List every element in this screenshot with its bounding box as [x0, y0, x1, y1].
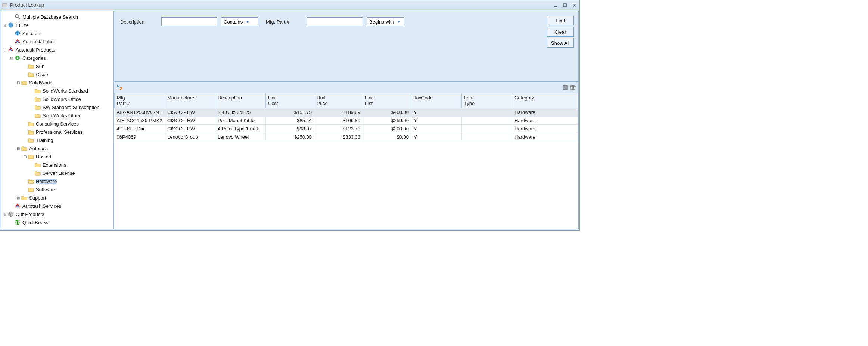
tree-item-sw-other[interactable]: SolidWorks Other: [2, 111, 113, 120]
table-row[interactable]: AIR-ANT2568VG-N=CISCO - HW2.4 GHz 6dBi/5…: [115, 108, 578, 117]
description-op-select[interactable]: Contains▼: [221, 17, 258, 26]
table-row[interactable]: AIR-ACC1530-PMK2CISCO - HWPole Mount Kit…: [115, 117, 578, 125]
table-row[interactable]: 4PT-KIT-T1=CISCO - HW4 Point Type 1 rack…: [115, 125, 578, 133]
col-unit-list[interactable]: Unit List: [363, 93, 411, 108]
col-category[interactable]: Category: [512, 93, 578, 108]
tree-item-professional[interactable]: Professional Services: [2, 128, 113, 136]
tree-item-autotask-cat[interactable]: ⊟Autotask: [2, 144, 113, 152]
cell-cat: Hardware: [512, 117, 578, 125]
mfg-part-input[interactable]: [307, 17, 363, 26]
tree-item-categories[interactable]: ⊟Categories: [2, 54, 113, 62]
categories-icon: [14, 55, 21, 61]
tree-item-amazon[interactable]: Amazon: [2, 29, 113, 37]
tree-item-etilize[interactable]: ⊞Etilize: [2, 21, 113, 29]
grid-pane: Mfg. Part # Manufacturer Description Uni…: [114, 82, 579, 229]
expand-icon[interactable]: ⊞: [2, 212, 7, 216]
mfg-part-op-select[interactable]: Begins with▼: [367, 17, 404, 26]
chevron-down-icon: ▼: [246, 20, 249, 24]
table-row[interactable]: 06P4069Lenovo GroupLenovo Wheel$250.00$3…: [115, 133, 578, 141]
clear-button[interactable]: Clear: [547, 27, 574, 37]
collapse-icon[interactable]: ⊟: [2, 48, 7, 52]
autotask-icon: [14, 203, 21, 209]
globe-icon: [14, 30, 21, 37]
collapse-panel-icon[interactable]: [116, 84, 123, 91]
expand-icon[interactable]: ⊞: [16, 196, 21, 200]
cell-tax: Y: [411, 108, 462, 117]
tree-item-solidworks[interactable]: ⊟SolidWorks: [2, 78, 113, 87]
show-all-button[interactable]: Show All: [547, 38, 574, 48]
svg-rect-18: [565, 85, 567, 90]
tree-item-autotask-products[interactable]: ⊟Autotask Products: [2, 46, 113, 54]
col-unit-price[interactable]: Unit Price: [314, 93, 363, 108]
collapse-icon[interactable]: ⊟: [16, 81, 21, 85]
tree-item-extensions[interactable]: Extensions: [2, 161, 113, 169]
col-description[interactable]: Description: [215, 93, 266, 108]
tree-item-training[interactable]: Training: [2, 136, 113, 144]
tree-item-hosted[interactable]: ⊞Hosted: [2, 152, 113, 161]
svg-rect-20: [572, 85, 573, 90]
filter-settings-icon[interactable]: [570, 84, 576, 90]
tree-item-hardware[interactable]: Hardware: [2, 177, 113, 185]
results-grid[interactable]: Mfg. Part # Manufacturer Description Uni…: [114, 93, 578, 229]
folder-icon: [28, 63, 34, 69]
cell-ucost: $250.00: [266, 133, 314, 141]
svg-rect-17: [563, 85, 565, 90]
col-unit-cost[interactable]: Unit Cost: [266, 93, 314, 108]
cell-ucost: $98.97: [266, 125, 314, 133]
tree-item-autotask-labor[interactable]: Autotask Labor: [2, 37, 113, 46]
expand-icon[interactable]: ⊞: [2, 23, 7, 27]
tree-item-consulting[interactable]: Consulting Services: [2, 120, 113, 128]
magnifier-icon: [14, 13, 21, 20]
folder-icon: [28, 71, 34, 78]
tree-item-sw-standard[interactable]: SolidWorks Standard: [2, 87, 113, 95]
close-button[interactable]: [571, 2, 578, 9]
cell-ucost: $151.75: [266, 108, 314, 117]
maximize-button[interactable]: [561, 2, 568, 9]
tree-item-autotask-services[interactable]: Autotask Services: [2, 202, 113, 210]
tree-item-support[interactable]: ⊞Support: [2, 194, 113, 202]
find-button[interactable]: Find: [547, 16, 574, 25]
table-header-row: Mfg. Part # Manufacturer Description Uni…: [115, 93, 578, 108]
cell-ulist: $300.00: [363, 125, 411, 133]
col-manufacturer[interactable]: Manufacturer: [165, 93, 215, 108]
tree-item-cisco[interactable]: Cisco: [2, 70, 113, 78]
tree-item-sun[interactable]: Sun: [2, 62, 113, 70]
tree-pane[interactable]: Multiple Database Search ⊞Etilize Amazon…: [1, 11, 114, 229]
autotask-icon: [14, 38, 21, 45]
col-mfg-part[interactable]: Mfg. Part #: [115, 93, 165, 108]
folder-icon: [28, 137, 34, 143]
folder-icon: [28, 153, 34, 160]
folder-icon: [21, 145, 28, 152]
svg-line-7: [18, 17, 20, 19]
cell-itype: [462, 108, 512, 117]
cell-mfgpart: AIR-ACC1530-PMK2: [115, 117, 165, 125]
tree-item-multi-db-search[interactable]: Multiple Database Search: [2, 13, 113, 21]
titlebar[interactable]: Product Lookup: [0, 0, 579, 10]
folder-icon: [28, 186, 34, 193]
tree-item-software[interactable]: Software: [2, 185, 113, 194]
expand-icon[interactable]: ⊞: [22, 155, 28, 159]
cell-itype: [462, 133, 512, 141]
tree-item-our-products[interactable]: ⊞Our Products: [2, 210, 113, 218]
col-taxcode[interactable]: TaxCode: [411, 93, 462, 108]
cell-mfr: CISCO - HW: [165, 125, 215, 133]
folder-icon: [34, 104, 41, 111]
cell-mfgpart: 06P4069: [115, 133, 165, 141]
column-chooser-icon[interactable]: [563, 84, 569, 90]
tree-item-sw-office[interactable]: SolidWorks Office: [2, 95, 113, 103]
tree-item-server-license[interactable]: Server License: [2, 169, 113, 177]
svg-point-6: [15, 15, 18, 18]
minimize-button[interactable]: [552, 2, 559, 9]
description-input[interactable]: [161, 17, 217, 26]
app-icon: [2, 2, 8, 8]
tree-item-quickbooks[interactable]: qbQuickBooks: [2, 218, 113, 226]
folder-icon: [34, 112, 41, 119]
tree-item-sw-subscription[interactable]: SW Standard Subscription: [2, 103, 113, 111]
col-item-type[interactable]: Item Type: [462, 93, 512, 108]
collapse-icon[interactable]: ⊟: [9, 56, 14, 60]
folder-icon: [28, 129, 34, 135]
cell-tax: Y: [411, 125, 462, 133]
collapse-icon[interactable]: ⊟: [16, 146, 21, 151]
cell-cat: Hardware: [512, 125, 578, 133]
cell-cat: Hardware: [512, 108, 578, 117]
